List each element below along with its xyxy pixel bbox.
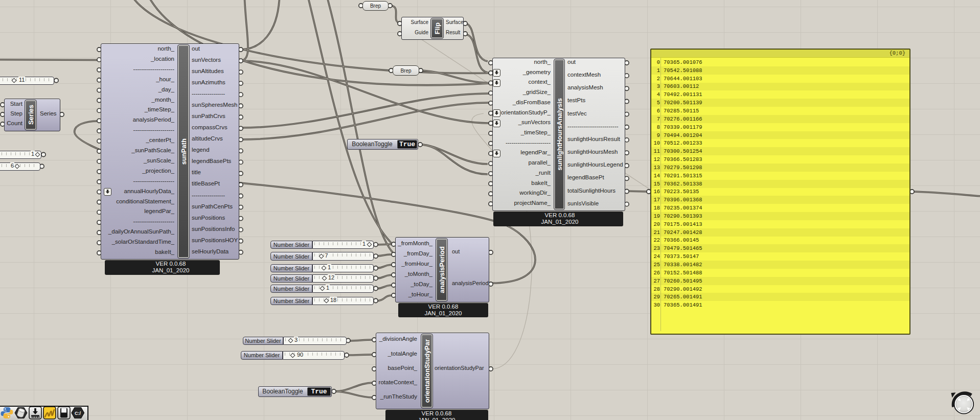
svg-text:C:/: C:/ [75, 411, 81, 416]
